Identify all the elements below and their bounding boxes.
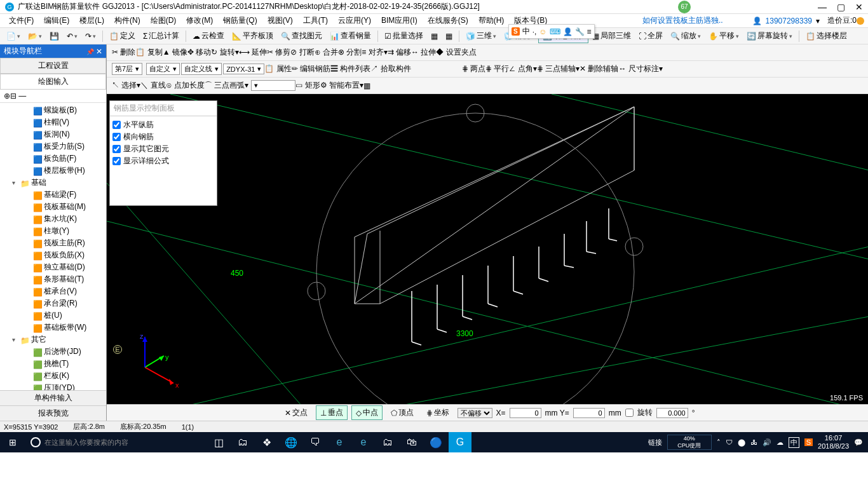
app-ggj[interactable]: G xyxy=(449,432,471,452)
tab-single-input[interactable]: 单构件输入 xyxy=(0,390,106,405)
tray-net-icon[interactable]: 🖧 xyxy=(750,438,757,446)
ime-toolbar[interactable]: S 中 ·, ☺ ⌨ 👤 🔧 ≡ xyxy=(508,24,595,39)
flatroof-button[interactable]: 📐 平齐板顶 xyxy=(228,29,277,43)
menu-online[interactable]: 在线服务(S) xyxy=(423,15,473,26)
tree-item[interactable]: 🟧承台梁(R) xyxy=(1,297,105,309)
tree-item[interactable]: 🟦板负筋(F) xyxy=(1,152,105,165)
menu-floor[interactable]: 楼层(L) xyxy=(74,15,109,26)
menu-edit[interactable]: 编辑(E) xyxy=(39,15,74,26)
complist-button[interactable]: ☰ 构件列表 xyxy=(330,64,370,74)
twopt-button[interactable]: ⋕ 两点 xyxy=(462,64,485,74)
delaxis-button[interactable]: ✕ 删除辅轴 xyxy=(580,64,618,74)
undo-button[interactable]: ↶▾ xyxy=(63,30,81,42)
local3d-button[interactable]: ▦ 局部三维 xyxy=(588,29,635,43)
menu-view[interactable]: 视图(V) xyxy=(262,15,298,26)
smart-button[interactable]: ⚙ 智能布置▾ xyxy=(320,80,363,91)
snap-mid[interactable]: ◇ 中点 xyxy=(351,405,383,420)
tray-b-icon[interactable]: ⬤ xyxy=(738,438,745,447)
hint-link[interactable]: 如何设置筏板主筋遇独.. xyxy=(639,15,727,26)
tab-report-preview[interactable]: 报表预览 xyxy=(0,405,106,421)
tree-item[interactable]: 🟧基础板带(W) xyxy=(1,322,105,334)
tab-draw-input[interactable]: 绘图输入 xyxy=(0,74,106,90)
steel-display-panel[interactable]: 钢筋显示控制面板 水平纵筋 横向钢筋 显示其它图元 显示详细公式 xyxy=(109,100,217,206)
tree-item[interactable]: 🟦螺旋板(B) xyxy=(1,104,105,116)
rotate-input[interactable] xyxy=(656,408,688,418)
app-explorer[interactable]: 🗂 xyxy=(376,432,399,452)
tray-link[interactable]: 链接 xyxy=(648,438,662,447)
type-select[interactable]: 自定义线 ▾ xyxy=(181,63,222,75)
select-button[interactable]: ↖ 选择▾ xyxy=(112,80,140,91)
split-button[interactable]: ⊗ 分割 xyxy=(338,47,362,58)
tree-item[interactable]: 🟦板洞(N) xyxy=(1,128,105,140)
ime-keyboard-icon[interactable]: ⌨ xyxy=(550,27,560,36)
cp-checkbox-item[interactable]: 横向钢筋 xyxy=(112,131,214,143)
tree-item[interactable]: 🟧筏板基础(M) xyxy=(1,201,105,213)
zoom-button[interactable]: 🔍 缩放▾ xyxy=(667,29,705,43)
floor-select[interactable]: 第7层 ▾ xyxy=(112,63,142,75)
tray-cloud-icon[interactable]: ☁ xyxy=(776,438,783,447)
user-dropdown-icon[interactable]: ▾ xyxy=(816,17,820,25)
mirror-button[interactable]: ▲ 镜像 xyxy=(163,47,187,58)
pin-icon[interactable]: 📌 xyxy=(86,48,94,55)
cloud-badge[interactable]: 67 xyxy=(678,1,691,13)
sum-button[interactable]: Σ 汇总计算 xyxy=(139,29,183,43)
user-id[interactable]: 13907298339 xyxy=(762,17,816,25)
ime-punct[interactable]: ·, xyxy=(532,27,537,36)
rect-button[interactable]: ▭ 矩形 xyxy=(295,80,320,91)
app-4[interactable]: 🗨 xyxy=(304,432,327,452)
editsteel-button[interactable]: ✏ 编辑钢筋 xyxy=(292,64,330,74)
pan-button[interactable]: ✋ 平移▾ xyxy=(705,29,743,43)
parallel-button[interactable]: ⋕ 平行 xyxy=(485,64,509,74)
menu-modify[interactable]: 修改(M) xyxy=(181,15,218,26)
tray-a-icon[interactable]: 🛡 xyxy=(726,438,733,446)
ime-user-icon[interactable]: 👤 xyxy=(563,27,573,36)
tray-notif-icon[interactable]: 💬 xyxy=(854,438,863,447)
menu-draw[interactable]: 绘图(D) xyxy=(146,15,182,26)
tray-ime-cn[interactable]: 中 xyxy=(789,437,799,448)
snap-top[interactable]: ⬠ 顶点 xyxy=(386,405,418,420)
cp-checkbox-item[interactable]: 显示详细公式 xyxy=(112,155,214,167)
component-tree[interactable]: 🟦螺旋板(B)🟦柱帽(V)🟦板洞(N)🟦板受力筋(S)🟦板负筋(F)🟦楼层板带(… xyxy=(0,103,106,390)
trim-button[interactable]: ✂ 修剪 xyxy=(267,47,290,58)
extend-button[interactable]: ⟷ 延伸 xyxy=(239,47,267,58)
ime-menu-icon[interactable]: ≡ xyxy=(587,27,592,36)
menu-steel[interactable]: 钢筋量(Q) xyxy=(218,15,262,26)
tree-item[interactable]: ▾📁基础 xyxy=(1,177,105,189)
app-3[interactable]: 🌐 xyxy=(280,432,302,452)
tree-item[interactable]: 🟧基础梁(F) xyxy=(1,189,105,201)
ime-emoji-icon[interactable]: ☺ xyxy=(539,27,546,36)
category-select[interactable]: 自定义 ▾ xyxy=(146,63,180,75)
tree-item[interactable]: 🟦板受力筋(S) xyxy=(1,140,105,152)
snap-vert[interactable]: ⊥ 垂点 xyxy=(316,405,348,420)
snap-coord[interactable]: ⋕ 坐标 xyxy=(422,405,454,420)
tree-item[interactable]: 🟧筏板负筋(X) xyxy=(1,249,105,261)
menu-tool[interactable]: 工具(T) xyxy=(298,15,333,26)
menu-component[interactable]: 构件(N) xyxy=(109,15,146,26)
tree-item[interactable]: 🟩挑檐(T) xyxy=(1,358,105,370)
taskbar-search[interactable]: 在这里输入你要搜索的内容 xyxy=(25,437,203,447)
open-button[interactable]: 📂▾ xyxy=(24,30,46,42)
ptangle-button[interactable]: ∠ 点角▾ xyxy=(509,64,536,74)
taskview-icon[interactable]: ◫ xyxy=(207,432,230,452)
break-button[interactable]: ⊘ 打断 xyxy=(290,47,314,58)
app-2[interactable]: ❖ xyxy=(255,432,278,452)
batchsel-button[interactable]: ☑ 批量选择 xyxy=(381,29,427,43)
3d-button[interactable]: 🧊 三维▾ xyxy=(462,29,500,43)
tray-vol-icon[interactable]: 🔊 xyxy=(763,438,771,447)
app-6[interactable]: 🔵 xyxy=(424,432,447,452)
collapse-icon[interactable]: — xyxy=(18,92,26,100)
ime-lang[interactable]: 中 xyxy=(522,26,530,37)
tray-up-icon[interactable]: ˄ xyxy=(717,438,721,447)
new-button[interactable]: 📄▾ xyxy=(3,30,24,42)
y-input[interactable] xyxy=(573,408,605,418)
sellayer-button[interactable]: 📋 选择楼层 xyxy=(802,29,851,43)
snap-cross[interactable]: ✕ 交点 xyxy=(280,405,312,420)
delete-button[interactable]: ✂ 删除 xyxy=(112,47,135,58)
save-button[interactable]: 💾 xyxy=(46,30,63,42)
tree-item[interactable]: 🟩栏板(K) xyxy=(1,370,105,382)
define-button[interactable]: 📋 定义 xyxy=(105,29,139,43)
tray-ime-s[interactable]: S xyxy=(804,438,813,446)
expand-icon[interactable]: ⊕⊟ xyxy=(4,92,17,100)
tree-item[interactable]: 🟩压顶(YD) xyxy=(1,382,105,390)
setgrip-button[interactable]: ◆ 设置夹点 xyxy=(436,47,476,58)
